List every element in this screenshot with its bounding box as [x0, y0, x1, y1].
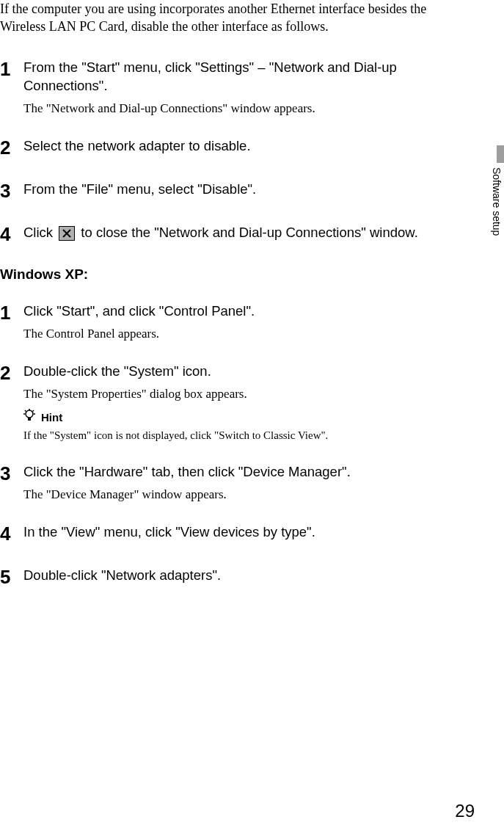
step-title-post: to close the "Network and Dial-up Connec… [77, 225, 418, 240]
step-title: From the "File" menu, select "Disable". [23, 181, 256, 197]
step-number: 1 [0, 58, 21, 81]
step-title: Double-click "Network adapters". [23, 567, 221, 583]
hint-text: If the "System" icon is not displayed, c… [23, 429, 420, 442]
side-tab: Software setup [485, 145, 504, 272]
step-item: 1 From the "Start" menu, click "Settings… [0, 58, 482, 117]
step-item: 1 Click "Start", and click "Control Pane… [0, 302, 482, 341]
side-tab-bar [497, 145, 504, 163]
step-title: Click "Start", and click "Control Panel"… [23, 303, 255, 319]
page-number: 29 [455, 801, 475, 821]
step-item: 2 Double-click the "System" icon. The "S… [0, 362, 482, 442]
step-title: In the "View" menu, click "View devices … [23, 524, 315, 539]
step-number: 4 [0, 223, 21, 246]
step-number: 3 [0, 180, 21, 203]
step-number: 5 [0, 566, 21, 589]
step-item: 2 Select the network adapter to disable. [0, 137, 482, 159]
step-number: 2 [0, 362, 21, 385]
hint-row: Hint [23, 409, 420, 425]
step-number: 4 [0, 523, 21, 545]
step-description: The "Device Manager" window appears. [23, 487, 420, 502]
step-number: 2 [0, 137, 21, 159]
step-item: 4 In the "View" menu, click "View device… [0, 523, 482, 545]
section-b-steps: 1 Click "Start", and click "Control Pane… [0, 302, 482, 589]
step-title-pre: Click [23, 225, 56, 240]
step-description: The "Network and Dial-up Connections" wi… [23, 101, 420, 116]
intro-text: If the computer you are using incorporat… [0, 0, 482, 36]
step-number: 3 [0, 462, 21, 485]
section-a-steps: 1 From the "Start" menu, click "Settings… [0, 58, 482, 247]
step-description: The "System Properties" dialog box appea… [23, 387, 420, 401]
step-title: Select the network adapter to disable. [23, 138, 251, 153]
step-title: Click the "Hardware" tab, then click "De… [23, 464, 351, 479]
step-title: Click to close the "Network and Dial-up … [23, 225, 418, 240]
step-item: 3 From the "File" menu, select "Disable"… [0, 180, 482, 203]
section-header-windows-xp: Windows XP: [0, 266, 482, 283]
step-item: 3 Click the "Hardware" tab, then click "… [0, 462, 482, 502]
svg-rect-6 [28, 418, 31, 421]
step-title: Double-click the "System" icon. [23, 363, 211, 379]
svg-line-2 [25, 410, 26, 412]
svg-point-0 [26, 410, 33, 418]
step-description: The Control Panel appears. [23, 327, 420, 341]
close-icon [59, 226, 75, 241]
step-number: 1 [0, 302, 21, 324]
step-item: 4 Click to close the "Network and Dial-u… [0, 223, 482, 246]
step-item: 5 Double-click "Network adapters". [0, 566, 482, 589]
svg-line-3 [33, 410, 34, 412]
side-tab-text: Software setup [491, 167, 503, 236]
step-title: From the "Start" menu, click "Settings" … [23, 59, 397, 94]
lightbulb-icon [23, 409, 35, 425]
hint-label: Hint [41, 411, 62, 424]
